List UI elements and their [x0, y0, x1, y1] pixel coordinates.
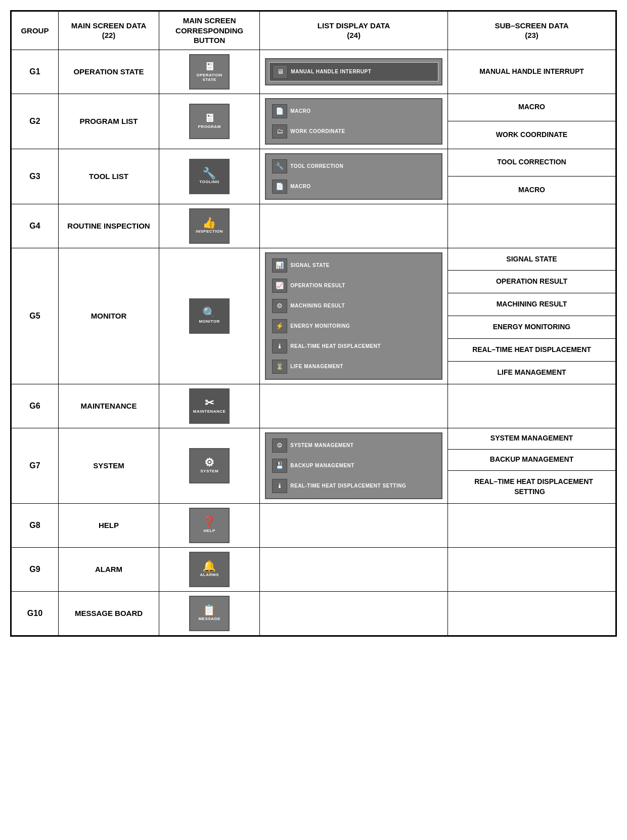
list-item-label: MANUAL HANDLE INTERRUPT: [291, 69, 371, 75]
list-item-icon: 💾: [272, 459, 287, 473]
sub-item-label: SIGNAL STATE: [502, 250, 561, 268]
main-screen-button[interactable]: ⚙SYSTEM: [189, 448, 230, 483]
sub-item-label: MANUAL HANDLE INTERRUPT: [475, 62, 588, 80]
list-item-icon: 🗂: [272, 124, 287, 139]
list-item[interactable]: 📄MACRO: [269, 178, 438, 196]
button-label: SYSTEM: [200, 469, 218, 474]
button-icon: 🖥: [204, 113, 215, 124]
sub-item-label: REAL–TIME HEAT DISPLACEMENT: [468, 340, 595, 359]
main-screen-button[interactable]: 🖥PROGRAM: [189, 104, 230, 139]
main-data-cell: PROGRAM LIST: [58, 94, 159, 149]
button-icon: 👍: [202, 217, 216, 229]
list-item[interactable]: ⚙MACHINING RESULT: [269, 297, 438, 315]
main-screen-button[interactable]: 👍INSPECTION: [189, 208, 230, 244]
sub-item-label: WORK COORDINATE: [492, 125, 571, 144]
main-data-cell: MONITOR: [58, 248, 159, 384]
sub-item-label: REAL–TIME HEAT DISPLACEMENT SETTING: [470, 472, 593, 501]
button-cell[interactable]: 🔧TOOLING: [159, 149, 260, 204]
list-item[interactable]: ⚙SYSTEM MANAGEMENT: [269, 436, 438, 455]
sub-item-label: ENERGY MONITORING: [489, 318, 575, 336]
list-item-label: MACRO: [290, 184, 310, 190]
list-cell: ⚙SYSTEM MANAGEMENT💾BACKUP MANAGEMENT🌡REA…: [260, 428, 448, 503]
group-label: G10: [27, 609, 42, 617]
sub-cell: [448, 547, 616, 591]
group-label: G7: [29, 461, 40, 470]
main-data-label: SYSTEM: [93, 461, 124, 470]
list-item-label: REAL-TIME HEAT DISPLACEMENT SETTING: [290, 483, 406, 489]
main-screen-button[interactable]: 🔔ALARMS: [189, 552, 230, 587]
main-screen-button[interactable]: ✂MAINTENANCE: [189, 388, 230, 424]
list-cell: 🖥MANUAL HANDLE INTERRUPT: [260, 50, 448, 94]
header-group: GROUP: [12, 12, 59, 50]
button-label: MESSAGE: [198, 617, 220, 622]
list-item[interactable]: ⏳LIFE MANAGEMENT: [269, 358, 438, 376]
sub-item-label: MACRO: [514, 98, 549, 116]
list-item-label: OPERATION RESULT: [290, 283, 345, 289]
button-cell[interactable]: 📋MESSAGE: [159, 591, 260, 635]
list-item-label: REAL-TIME HEAT DISPLACEMENT: [290, 343, 381, 349]
list-item[interactable]: 📄MACRO: [269, 102, 438, 120]
main-data-label: PROGRAM LIST: [80, 117, 138, 125]
button-icon: 🔧: [202, 168, 216, 179]
sub-cell: OPERATION RESULT: [448, 271, 616, 293]
main-data-cell: ALARM: [58, 547, 159, 591]
list-display-panel: 🖥MANUAL HANDLE INTERRUPT: [265, 58, 442, 85]
button-icon: ✂: [205, 397, 214, 409]
group-cell: G3: [12, 149, 59, 204]
sub-cell: MACRO: [448, 176, 616, 204]
list-item[interactable]: ⚡ENERGY MONITORING: [269, 317, 438, 335]
button-icon: 📋: [202, 605, 216, 616]
group-cell: G5: [12, 248, 59, 384]
list-item[interactable]: 💾BACKUP MANAGEMENT: [269, 457, 438, 475]
sub-cell: LIFE MANAGEMENT: [448, 361, 616, 384]
button-cell[interactable]: 🖥PROGRAM: [159, 94, 260, 149]
sub-cell: ENERGY MONITORING: [448, 316, 616, 338]
list-item[interactable]: 📈OPERATION RESULT: [269, 277, 438, 295]
button-label: HELP: [203, 529, 215, 534]
list-item-icon: ⚙: [272, 438, 287, 453]
main-table-wrapper: GROUP MAIN SCREEN DATA (22) MAIN SCREEN …: [10, 10, 617, 637]
list-item-label: SYSTEM MANAGEMENT: [290, 443, 353, 449]
list-item-label: WORK COORDINATE: [290, 128, 345, 135]
sub-cell: MACRO: [448, 94, 616, 121]
button-cell[interactable]: 👍INSPECTION: [159, 204, 260, 248]
main-data-label: MONITOR: [91, 312, 127, 320]
sub-item-label: OPERATION RESULT: [492, 272, 571, 290]
main-data-cell: SYSTEM: [58, 428, 159, 503]
main-screen-button[interactable]: 🖥OPERATION STATE: [189, 54, 230, 90]
button-cell[interactable]: 🖥OPERATION STATE: [159, 50, 260, 94]
list-item[interactable]: 📊SIGNAL STATE: [269, 256, 438, 275]
button-cell[interactable]: ✂MAINTENANCE: [159, 384, 260, 428]
main-screen-button[interactable]: 🔧TOOLING: [189, 159, 230, 194]
list-cell: [260, 503, 448, 547]
sub-item-label: BACKUP MANAGEMENT: [486, 450, 577, 468]
group-label: G2: [29, 117, 40, 125]
button-label: OPERATION STATE: [192, 73, 227, 82]
list-item-icon: 📄: [272, 104, 287, 118]
button-cell[interactable]: 🔔ALARMS: [159, 547, 260, 591]
sub-cell: MANUAL HANDLE INTERRUPT: [448, 50, 616, 94]
list-item[interactable]: 🌡REAL-TIME HEAT DISPLACEMENT SETTING: [269, 477, 438, 495]
list-item-icon: ⚙: [272, 299, 287, 313]
list-item-label: BACKUP MANAGEMENT: [290, 463, 354, 469]
main-screen-button[interactable]: 🔍MONITOR: [189, 298, 230, 334]
button-cell[interactable]: ❓HELP: [159, 503, 260, 547]
main-screen-button[interactable]: 📋MESSAGE: [189, 596, 230, 631]
group-label: G3: [29, 172, 40, 181]
list-item[interactable]: 🌡REAL-TIME HEAT DISPLACEMENT: [269, 337, 438, 356]
list-display-panel: 🔧TOOL CORRECTION📄MACRO: [265, 153, 442, 200]
list-display-panel: ⚙SYSTEM MANAGEMENT💾BACKUP MANAGEMENT🌡REA…: [265, 432, 442, 499]
group-label: G8: [29, 521, 40, 529]
button-label: ALARMS: [200, 573, 219, 578]
button-cell[interactable]: ⚙SYSTEM: [159, 428, 260, 503]
main-screen-button[interactable]: ❓HELP: [189, 508, 230, 543]
button-cell[interactable]: 🔍MONITOR: [159, 248, 260, 384]
list-item[interactable]: 🖥MANUAL HANDLE INTERRUPT: [269, 62, 438, 81]
button-label: INSPECTION: [196, 230, 223, 234]
button-icon: 🔔: [202, 561, 216, 572]
sub-cell: [448, 591, 616, 635]
button-label: TOOLING: [199, 180, 219, 185]
list-item[interactable]: 🔧TOOL CORRECTION: [269, 157, 438, 175]
main-data-cell: MAINTENANCE: [58, 384, 159, 428]
list-item[interactable]: 🗂WORK COORDINATE: [269, 122, 438, 141]
